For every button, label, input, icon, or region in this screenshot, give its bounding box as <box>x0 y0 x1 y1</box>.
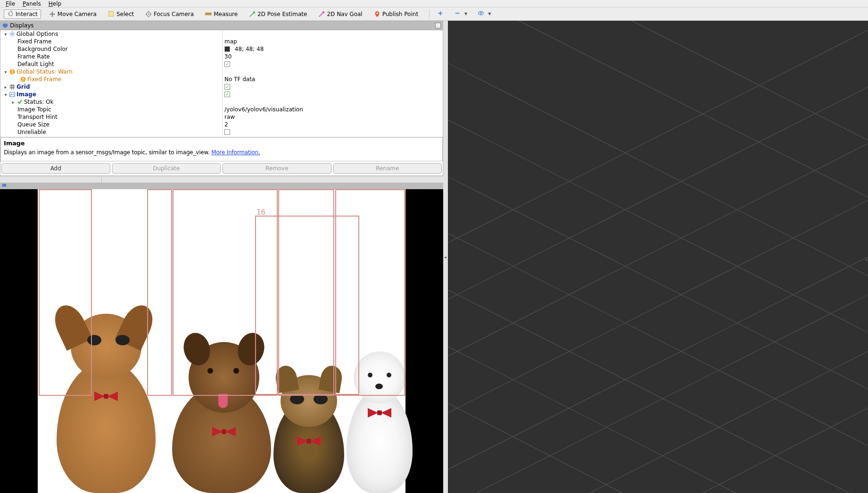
image-panel: 16 <box>0 183 443 493</box>
image-panel-title[interactable] <box>0 183 443 189</box>
global-options-label: Global Options <box>17 31 58 37</box>
tree-global-options[interactable]: ▾ Global Options <box>0 30 222 38</box>
checkbox-unchecked-icon[interactable] <box>224 129 230 135</box>
checkbox-checked-icon[interactable]: ✓ <box>224 61 230 67</box>
tree-image-topic[interactable]: Image Topic <box>0 106 222 113</box>
image-icon <box>9 92 15 97</box>
detection-label: 16 <box>256 208 265 217</box>
tool-measure[interactable]: Measure <box>202 9 241 19</box>
focus-camera-icon <box>145 11 152 17</box>
menu-file[interactable]: File <box>2 0 19 7</box>
dropdown-caret-icon[interactable]: ▼ <box>464 12 467 16</box>
collapse-arrow-icon[interactable]: ▾ <box>3 69 8 75</box>
panel-close-button[interactable] <box>437 184 441 188</box>
tree-global-status[interactable]: ▾ Global Status: Warn <box>0 68 222 75</box>
remove-button[interactable]: Remove <box>223 163 331 174</box>
tree-image-status[interactable]: ▸ Status: Ok <box>0 98 222 106</box>
svg-line-24 <box>448 257 868 469</box>
svg-rect-8 <box>3 24 8 27</box>
collapse-arrow-icon[interactable]: ▾ <box>3 32 8 37</box>
vertical-splitter[interactable]: ◂ <box>443 21 448 493</box>
splitter-handle-icon[interactable]: ▸ <box>865 257 868 262</box>
tree-queue-size[interactable]: Queue Size <box>0 121 222 128</box>
move-camera-icon <box>49 11 56 17</box>
svg-line-32 <box>448 347 736 493</box>
tool-move-camera[interactable]: Move Camera <box>46 9 100 19</box>
checkbox-checked-icon[interactable]: ✓ <box>224 84 230 90</box>
tree-image[interactable]: ▾ Image <box>0 91 222 98</box>
tool-focus-camera[interactable]: Focus Camera <box>142 9 197 19</box>
svg-line-23 <box>448 200 868 412</box>
image-label: Image <box>17 91 36 98</box>
gear-icon <box>9 31 15 37</box>
tree-frame-rate-value[interactable]: 30 <box>222 53 443 60</box>
menu-help[interactable]: Help <box>45 0 65 7</box>
color-swatch-icon <box>224 46 230 52</box>
tree-transport-hint-value[interactable]: raw <box>222 113 443 121</box>
minus-icon[interactable] <box>454 10 461 18</box>
tree-default-light-value[interactable]: ✓ <box>222 60 443 68</box>
tool-publish-label: Publish Point <box>382 11 418 17</box>
expand-arrow-icon[interactable]: ▸ <box>11 100 16 105</box>
more-info-link[interactable]: More Information. <box>211 149 260 156</box>
left-column: Displays ▾ Global Options <box>0 21 443 493</box>
svg-line-30 <box>448 233 868 445</box>
tree-image-topic-value[interactable]: /yolov6/yolov6/visualization <box>222 106 443 113</box>
grid-icon <box>9 84 15 90</box>
tool-2d-pose-estimate[interactable]: 2D Pose Estimate <box>246 9 310 19</box>
plus-icon[interactable] <box>437 10 444 18</box>
menu-panels[interactable]: Panels <box>19 0 45 7</box>
tree-fixed-frame-value[interactable]: map <box>222 38 443 45</box>
splitter-handle-icon: ◂ <box>444 255 446 259</box>
3d-view[interactable]: ▸ <box>448 21 868 493</box>
checkbox-checked-icon[interactable]: ✓ <box>224 92 230 97</box>
panel-close-button[interactable] <box>435 23 441 28</box>
panel-icon <box>2 183 7 189</box>
tree-bg-color[interactable]: Background Color <box>0 45 222 53</box>
tree-status-fixed-frame-value: No TF data <box>222 75 443 83</box>
tool-interact[interactable]: Interact <box>4 9 41 19</box>
dropdown-caret-icon[interactable]: ▼ <box>488 12 491 16</box>
expand-arrow-icon[interactable]: ▸ <box>3 84 8 90</box>
svg-line-25 <box>476 295 868 493</box>
image-status-label: Status: Ok <box>24 99 54 105</box>
rename-button[interactable]: Rename <box>333 163 442 174</box>
tree-grid-value[interactable]: ✓ <box>222 83 443 91</box>
displays-panel: Displays ▾ Global Options <box>0 21 443 176</box>
select-icon <box>108 11 115 17</box>
tree-status-fixed-frame[interactable]: Fixed Frame <box>0 75 222 83</box>
grid-3d <box>448 21 868 493</box>
tree-grid[interactable]: ▸ Grid <box>0 83 222 91</box>
svg-line-36 <box>632 21 868 140</box>
tab-strip[interactable] <box>0 176 443 183</box>
tree-frame-rate[interactable]: Frame Rate <box>0 53 222 60</box>
check-icon <box>17 99 23 105</box>
nav-arrow-icon <box>318 11 325 17</box>
tool-2d-nav-goal[interactable]: 2D Nav Goal <box>315 9 365 19</box>
tool-select[interactable]: Select <box>105 9 137 19</box>
description-body: Displays an image from a sensor_msgs/Ima… <box>4 149 439 156</box>
displays-tree: ▾ Global Options Fixed Frame map Backgro… <box>0 30 443 136</box>
svg-point-5 <box>376 12 378 14</box>
main-area: Displays ▾ Global Options <box>0 21 868 493</box>
tree-unreliable[interactable]: Unreliable <box>0 128 222 136</box>
eye-icon[interactable] <box>478 10 484 18</box>
displays-panel-title[interactable]: Displays <box>0 21 443 30</box>
svg-rect-12 <box>12 70 13 72</box>
add-button[interactable]: Add <box>1 163 110 174</box>
tool-publish-point[interactable]: Publish Point <box>371 9 422 19</box>
image-view[interactable]: 16 <box>0 189 443 493</box>
svg-point-7 <box>480 12 482 14</box>
tree-bg-color-value[interactable]: 48; 48; 48 <box>222 45 443 53</box>
duplicate-button[interactable]: Duplicate <box>112 163 221 174</box>
tree-queue-size-value[interactable]: 2 <box>222 121 443 128</box>
collapse-arrow-icon[interactable]: ▾ <box>3 92 8 97</box>
tree-default-light[interactable]: Default Light <box>0 60 222 68</box>
toolbar-separator <box>429 9 430 19</box>
panel-icon <box>2 23 8 28</box>
tree-unreliable-value[interactable] <box>222 128 443 136</box>
tree-fixed-frame[interactable]: Fixed Frame <box>0 38 222 45</box>
tree-image-value[interactable]: ✓ <box>222 91 443 98</box>
panel-buttons: Add Duplicate Remove Rename <box>0 161 443 175</box>
tree-transport-hint[interactable]: Transport Hint <box>0 113 222 121</box>
